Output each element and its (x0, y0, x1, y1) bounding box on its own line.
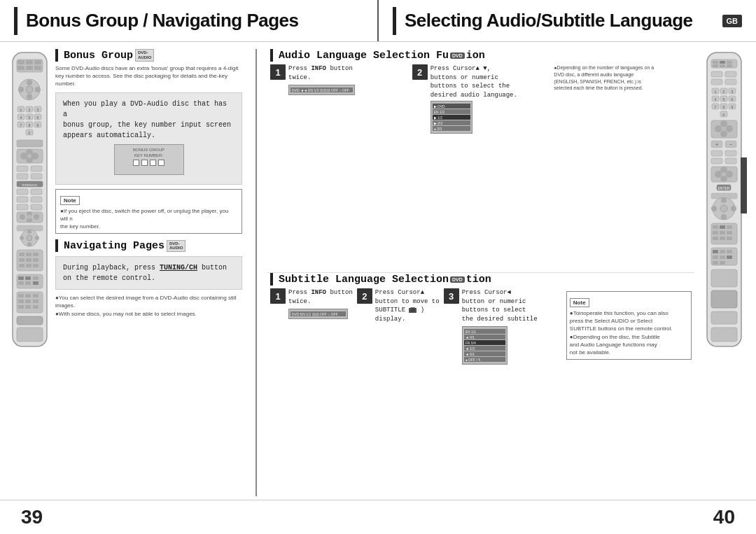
bonus-instruction-box: When you play a DVD-Audio disc that has … (55, 92, 242, 185)
svg-point-152 (731, 206, 736, 211)
audio-screen1: DVD ◄◄ EN 1/3 前前前 OFF ○ OFF (288, 85, 355, 95)
audio-screen1-row1: DVD ◄◄ EN 1/3 前前前 OFF ○ OFF (290, 87, 353, 92)
svg-point-130 (726, 125, 733, 132)
svg-rect-80 (18, 281, 24, 285)
bonus-instruction-text: When you play a DVD-Audio disc that has … (63, 99, 234, 141)
svg-point-13 (26, 86, 33, 93)
svg-rect-34 (17, 140, 43, 147)
svg-rect-164 (720, 237, 725, 240)
svg-rect-176 (711, 290, 737, 308)
svg-rect-86 (18, 300, 24, 303)
header-bar-left (14, 7, 18, 35)
svg-rect-87 (25, 300, 31, 303)
nav-pages-title: Navigating Pages (64, 240, 164, 252)
dvd-audio-badge: DVD- AUDIO (135, 49, 154, 61)
header-left: Bonus Group / Navigating Pages (0, 0, 379, 41)
header: Bonus Group / Navigating Pages Selecting… (0, 0, 756, 42)
svg-text:1: 1 (715, 90, 717, 94)
svg-text:4: 4 (715, 97, 717, 101)
svg-point-12 (18, 87, 24, 92)
svg-rect-173 (713, 261, 718, 265)
header-bar-right (393, 7, 396, 35)
bonus-note-box: Note ●If you eject the disc, switch the … (55, 189, 242, 234)
svg-text:5: 5 (29, 115, 31, 120)
subtitle-step2-text: Press Cursor▲button to move toSUBTITLE ⬛… (375, 288, 440, 323)
svg-rect-42 (31, 166, 42, 171)
svg-text:7: 7 (715, 105, 717, 109)
svg-rect-3 (26, 60, 33, 64)
svg-text:−: − (729, 142, 732, 147)
bonus-box-title: BONUS GROUP (118, 148, 181, 152)
section-bar-nav (55, 239, 58, 252)
subtitle-step1-container: 1 Press INFO buttontwice. DVD EN 1/1 前前 … (270, 288, 353, 496)
svg-text:TUNING/CH: TUNING/CH (22, 183, 37, 187)
navigating-pages-section: Navigating Pages DVD- AUDIO During playb… (55, 239, 242, 318)
subtitle-note-box: Note ●Toinoperate this function, you can… (566, 291, 692, 360)
subtitle-steps-row: 1 Press INFO buttontwice. DVD EN 1/1 前前 … (270, 288, 692, 496)
audio-lang-title: Audio Language Selection Fu (279, 50, 449, 62)
audio-step2-container: 2 Press Cursor▲ ▼,buttons or numericbutt… (412, 64, 550, 134)
section-bar-audio (270, 49, 273, 62)
svg-rect-171 (720, 255, 725, 259)
bonus-group-header: Bonus Group DVD- AUDIO (55, 49, 242, 62)
svg-rect-48 (31, 189, 42, 195)
svg-rect-51 (17, 204, 28, 210)
section-bar-bonus (55, 49, 58, 62)
svg-rect-72 (33, 258, 38, 262)
svg-rect-73 (19, 264, 24, 267)
svg-point-131 (720, 130, 727, 137)
left-remote: 1 2 3 4 5 6 7 8 9 0 (7, 49, 52, 496)
audio-screen1-row1-text: DVD ◄◄ EN 1/3 前前前 OFF ○ OFF (292, 88, 349, 92)
subtitle-step3-text: Press Cursor◄button or numericbuttons to… (462, 288, 562, 323)
subtitle-step1-content: Press INFO buttontwice. DVD EN 1/1 前前 OF… (288, 288, 353, 496)
subtitle-lang-title: Subtitle Language Selection (279, 274, 449, 286)
page-number-right: 40 (713, 506, 735, 528)
svg-rect-79 (33, 276, 38, 280)
svg-rect-44 (31, 174, 42, 179)
svg-point-151 (721, 197, 727, 203)
svg-rect-103 (711, 71, 722, 77)
svg-rect-52 (31, 204, 42, 210)
audio-step1-text: Press INFO buttontwice. (288, 64, 408, 82)
svg-rect-137 (711, 150, 722, 156)
left-content-area: Bonus Group DVD- AUDIO Some DVD-Audio di… (52, 49, 245, 496)
svg-point-9 (27, 80, 32, 85)
svg-rect-88 (33, 294, 38, 297)
subtitle-step3-content: Press Cursor◄button or numericbuttons to… (462, 288, 562, 496)
audio-step1-number: 1 (270, 64, 286, 80)
svg-rect-43 (17, 174, 28, 179)
subtitle-language-section: Subtitle Language Selection DVD tion 1 P… (267, 273, 694, 496)
right-remote-container: 1 2 3 4 5 6 7 8 9 0 + (701, 49, 749, 496)
audio-step1-container: 1 Press INFO buttontwice. DVD ◄◄ EN 1/3 … (270, 64, 408, 134)
svg-rect-41 (17, 166, 28, 171)
svg-text:5: 5 (723, 97, 725, 101)
svg-rect-161 (720, 231, 725, 234)
svg-rect-2 (18, 60, 24, 64)
svg-rect-140 (725, 158, 736, 164)
svg-text:9: 9 (37, 123, 39, 127)
audio-step2-text: Press Cursor▲ ▼,buttons or numericbutton… (430, 64, 550, 99)
svg-rect-4 (34, 60, 41, 64)
subtitle-icon-box: ⬛ (409, 308, 416, 313)
svg-rect-165 (727, 237, 732, 240)
section-bar-subtitle (270, 273, 273, 286)
svg-point-128 (715, 125, 722, 132)
svg-text:3: 3 (37, 108, 39, 112)
audio-screen2-row1: EN 1/2 (433, 109, 470, 114)
svg-point-63 (27, 242, 31, 246)
svg-rect-77 (18, 276, 24, 280)
svg-rect-75 (33, 264, 38, 267)
svg-rect-91 (25, 305, 31, 309)
svg-rect-177 (711, 311, 737, 324)
right-remote-svg: 1 2 3 4 5 6 7 8 9 0 + (701, 49, 747, 350)
svg-rect-74 (26, 264, 31, 267)
svg-rect-99 (727, 61, 732, 64)
audio-screen2-row4: ● 3/3 (433, 126, 470, 131)
header-right: Selecting Audio/Subtitle Language GB (379, 0, 756, 41)
svg-rect-170 (713, 255, 718, 259)
svg-rect-71 (26, 258, 31, 262)
svg-text:3: 3 (732, 90, 734, 94)
subtitle-note-label: Note (570, 298, 589, 307)
key-number-label: KEY NUMBER: (118, 153, 181, 157)
key-squares-row (118, 160, 181, 166)
